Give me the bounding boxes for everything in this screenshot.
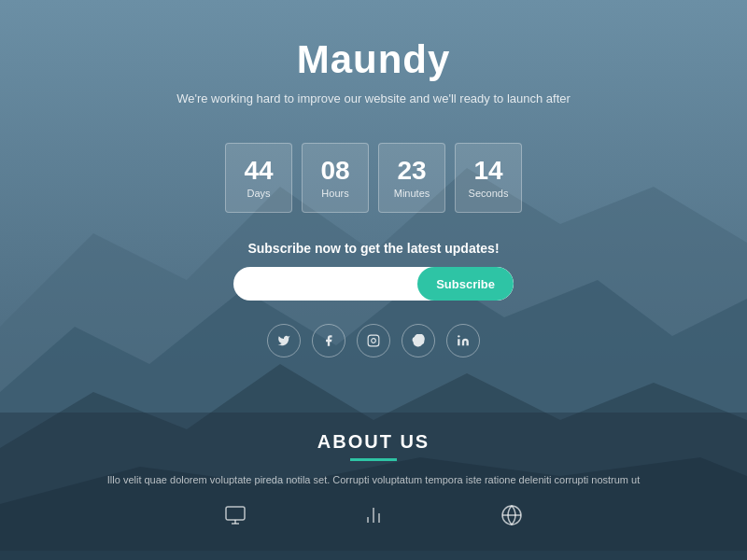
- subscribe-heading: Subscribe now to get the latest updates!: [233, 241, 514, 256]
- divider-area: ABOUT US Illo velit quae dolorem volupta…: [0, 385, 747, 560]
- skype-icon[interactable]: [402, 324, 435, 357]
- hours-value: 08: [320, 158, 349, 184]
- monitor-icon: [222, 504, 248, 532]
- hours-label: Hours: [321, 188, 348, 199]
- social-icons-container: [267, 324, 480, 357]
- countdown-minutes: 23 Minutes: [378, 143, 445, 213]
- main-content: Maundy We're working hard to improve our…: [0, 0, 747, 560]
- about-underline: [350, 458, 397, 461]
- linkedin-icon[interactable]: [446, 324, 480, 357]
- twitter-icon[interactable]: [267, 324, 301, 357]
- countdown-seconds: 14 Seconds: [455, 143, 522, 213]
- globe-icon: [499, 504, 525, 532]
- seconds-label: Seconds: [469, 188, 509, 199]
- days-value: 44: [244, 158, 273, 184]
- svg-rect-4: [226, 507, 245, 520]
- minutes-label: Minutes: [394, 188, 430, 199]
- facebook-icon[interactable]: [312, 324, 345, 357]
- chart-icon: [360, 504, 387, 532]
- days-label: Days: [247, 188, 270, 199]
- feature-icons: [75, 504, 672, 537]
- about-title: ABOUT US: [75, 431, 672, 453]
- countdown-timer: 44 Days 08 Hours 23 Minutes 14 Seconds: [225, 143, 522, 213]
- subscribe-form: Subscribe: [233, 267, 514, 301]
- instagram-icon[interactable]: [357, 324, 390, 357]
- svg-rect-1: [368, 335, 379, 346]
- seconds-value: 14: [473, 158, 502, 184]
- subscribe-button[interactable]: Subscribe: [417, 267, 514, 301]
- svg-point-3: [458, 335, 459, 337]
- site-subtitle: We're working hard to improve our websit…: [176, 91, 571, 105]
- about-section: ABOUT US Illo velit quae dolorem volupta…: [0, 413, 747, 551]
- site-title: Maundy: [176, 37, 571, 82]
- minutes-value: 23: [397, 158, 426, 184]
- countdown-days: 44 Days: [225, 143, 292, 213]
- subscribe-section: Subscribe now to get the latest updates!…: [233, 241, 514, 301]
- hero-section: Maundy We're working hard to improve our…: [176, 37, 571, 105]
- about-description: Illo velit quae dolorem voluptate pireda…: [75, 472, 672, 489]
- countdown-hours: 08 Hours: [302, 143, 369, 213]
- email-input[interactable]: [245, 277, 417, 291]
